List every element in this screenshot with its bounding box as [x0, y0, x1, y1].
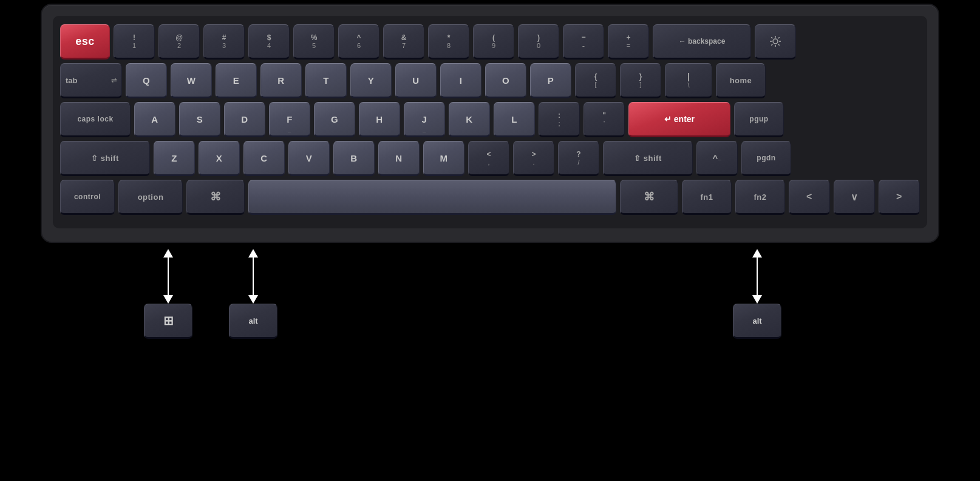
swap-win-arrow [163, 249, 173, 304]
key-o[interactable]: O [485, 63, 526, 98]
key-right[interactable]: > [879, 180, 920, 215]
swap-alt-l-group: alt [229, 249, 277, 339]
key-r[interactable]: R [260, 63, 302, 98]
key-esc[interactable]: esc [60, 24, 110, 60]
key-a[interactable]: A [134, 102, 175, 137]
key-0[interactable]: )0 [518, 24, 559, 60]
key-i[interactable]: I [440, 63, 481, 98]
key-home[interactable]: home [716, 63, 766, 98]
row-5: control option ⌘ ⌘ fn1 fn2 [60, 180, 920, 215]
key-fn1[interactable]: fn1 [682, 180, 732, 215]
key-m[interactable]: M [423, 141, 464, 176]
key-g[interactable]: G [314, 102, 355, 137]
key-control[interactable]: control [60, 180, 115, 215]
key-l[interactable]: L [494, 102, 535, 137]
arrow-line-alt-l [253, 256, 254, 296]
key-v[interactable]: V [288, 141, 330, 176]
key-bracket-l[interactable]: {[ [575, 63, 616, 98]
key-n[interactable]: N [378, 141, 420, 176]
arrow-down-alt-l [248, 295, 258, 304]
key-backspace[interactable]: ← backspace [653, 24, 751, 60]
key-t[interactable]: T [305, 63, 347, 98]
key-equals[interactable]: += [608, 24, 649, 60]
key-s[interactable]: S [179, 102, 220, 137]
key-4[interactable]: $4 [248, 24, 290, 60]
arrow-line-win [168, 256, 169, 296]
row-2: tab⇌ Q W E R T Y U I O P {[ }] [60, 63, 920, 98]
key-pgdn[interactable]: pgdn [741, 141, 791, 176]
swap-group-left: ⊞ alt [144, 249, 277, 339]
key-up[interactable]: ^_ [696, 141, 738, 176]
key-shift-l[interactable]: ⇧ shift [60, 141, 150, 176]
key-minus[interactable]: −- [563, 24, 604, 60]
key-5[interactable]: %5 [293, 24, 335, 60]
key-z[interactable]: Z [154, 141, 195, 176]
key-q[interactable]: Q [126, 63, 167, 98]
swap-key-win[interactable]: ⊞ [144, 304, 192, 339]
row-3: caps lock A S D F_ G H J_ K L :; [60, 102, 920, 137]
arrow-line-alt-r [757, 256, 758, 296]
key-x[interactable]: X [199, 141, 240, 176]
key-quote[interactable]: "' [584, 102, 625, 137]
key-f[interactable]: F_ [269, 102, 310, 137]
key-cmd-l[interactable]: ⌘ [186, 180, 245, 215]
keyboard-scene: esc !1 @2 #3 $4 %5 ^6 [16, 4, 964, 477]
key-u[interactable]: U [395, 63, 437, 98]
key-semicolon[interactable]: :; [539, 102, 580, 137]
key-shift-r[interactable]: ⇧ shift [603, 141, 693, 176]
key-p[interactable]: P [530, 63, 571, 98]
svg-line-7 [778, 37, 780, 38]
key-c[interactable]: C [243, 141, 285, 176]
key-6[interactable]: ^6 [338, 24, 379, 60]
key-2[interactable]: @2 [158, 24, 200, 60]
arrow-down-alt-r [752, 295, 762, 304]
key-9[interactable]: (9 [473, 24, 514, 60]
swap-alt-l-arrow [248, 249, 258, 304]
swap-win-group: ⊞ [144, 249, 192, 339]
key-fn2[interactable]: fn2 [735, 180, 785, 215]
key-light[interactable] [755, 24, 796, 60]
key-e[interactable]: E [216, 63, 257, 98]
key-k[interactable]: K [449, 102, 490, 137]
row-1: esc !1 @2 #3 $4 %5 ^6 [60, 24, 920, 60]
swap-key-alt-r[interactable]: alt [733, 304, 781, 339]
arrow-up-alt-l [248, 249, 258, 258]
key-j[interactable]: J_ [404, 102, 445, 137]
key-bracket-r[interactable]: }] [620, 63, 661, 98]
key-7[interactable]: &7 [383, 24, 424, 60]
arrow-up-win [163, 249, 173, 258]
swap-area: ⊞ alt alt [41, 249, 939, 339]
arrow-up-alt-r [752, 249, 762, 258]
key-caps-lock[interactable]: caps lock [60, 102, 131, 137]
key-3[interactable]: #3 [203, 24, 245, 60]
svg-line-6 [778, 44, 780, 46]
keyboard-inner: esc !1 @2 #3 $4 %5 ^6 [53, 16, 927, 228]
key-b[interactable]: B [333, 141, 375, 176]
key-w[interactable]: W [171, 63, 212, 98]
key-cmd-r[interactable]: ⌘ [620, 180, 678, 215]
swap-alt-r-arrow [752, 249, 762, 304]
key-slash[interactable]: ?/ [558, 141, 599, 176]
key-enter[interactable]: ↵ enter [628, 102, 730, 137]
key-comma[interactable]: <, [468, 141, 509, 176]
key-period[interactable]: >. [513, 141, 554, 176]
svg-line-8 [771, 44, 772, 46]
row-4: ⇧ shift Z X C V B N M <, >. ?/ ⇧ [60, 141, 920, 176]
key-tab[interactable]: tab⇌ [60, 63, 122, 98]
key-y[interactable]: Y [350, 63, 392, 98]
key-1[interactable]: !1 [114, 24, 155, 60]
key-left[interactable]: < [789, 180, 830, 215]
keyboard-body: esc !1 @2 #3 $4 %5 ^6 [41, 4, 939, 243]
swap-key-alt-l[interactable]: alt [229, 304, 277, 339]
svg-line-5 [771, 37, 772, 38]
svg-point-0 [773, 39, 778, 44]
key-pgup[interactable]: pgup [734, 102, 784, 137]
key-h[interactable]: H [359, 102, 400, 137]
key-backslash[interactable]: |\ [665, 63, 712, 98]
key-down[interactable]: ∨ [834, 180, 875, 215]
key-option[interactable]: option [118, 180, 183, 215]
key-8[interactable]: *8 [428, 24, 469, 60]
key-space[interactable] [248, 180, 616, 215]
key-d[interactable]: D [224, 102, 265, 137]
arrow-down-win [163, 295, 173, 304]
